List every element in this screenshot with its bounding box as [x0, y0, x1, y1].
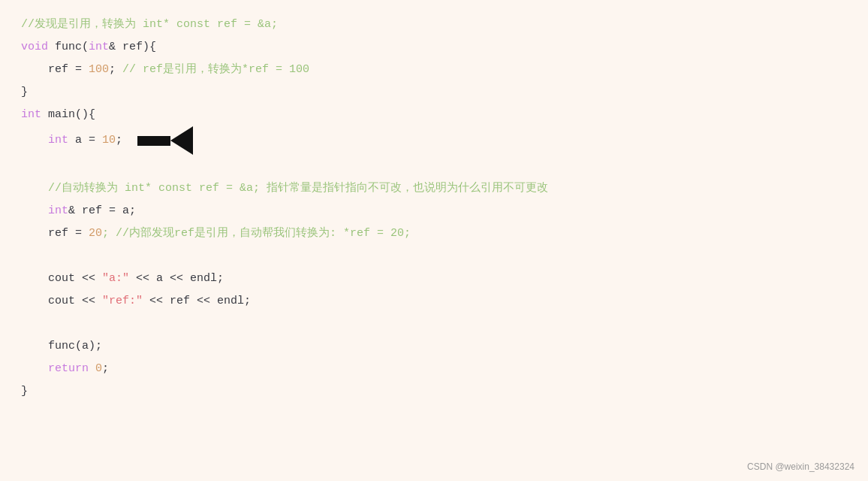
token-kw: int: [48, 129, 68, 152]
token-kw: int: [48, 200, 68, 222]
line-content: //发现是引用，转换为 int* const ref = &a;: [21, 14, 278, 36]
code-line: func(a);: [21, 335, 868, 358]
watermark: CSDN @weixin_38432324: [747, 461, 854, 472]
code-line: cout << "a:" << a << endl;: [21, 268, 868, 290]
token-kw: int: [89, 36, 109, 59]
token-kw: void: [21, 36, 48, 59]
token-plain: func(a);: [21, 335, 102, 358]
code-line: ref = 20; //内部发现ref是引用，自动帮我们转换为: *ref = …: [21, 222, 868, 245]
token-num: 100: [89, 59, 109, 81]
line-content: return 0;: [21, 358, 109, 380]
code-line: //发现是引用，转换为 int* const ref = &a;: [21, 14, 868, 36]
code-line: void func(int& ref){: [21, 36, 868, 59]
code-container: //发现是引用，转换为 int* const ref = &a;void fun…: [0, 0, 868, 481]
line-content: [21, 155, 28, 177]
token-plain: }: [21, 81, 28, 104]
token-plain: ;: [116, 129, 122, 152]
line-content: }: [21, 380, 28, 403]
token-str: "ref:": [102, 290, 143, 313]
token-plain: ;: [102, 358, 109, 380]
code-line: ref = 100; // ref是引用，转换为*ref = 100: [21, 59, 868, 81]
token-cm-zh: // ref是引用，转换为*ref = 100: [122, 59, 309, 81]
token-plain: }: [21, 380, 28, 403]
token-cm-zh: //发现是引用，转换为 int* const ref = &a;: [21, 14, 278, 36]
token-plain: [89, 358, 95, 380]
code-line: return 0;: [21, 358, 868, 380]
token-num: 10: [102, 129, 116, 152]
token-plain: main(){: [41, 104, 95, 126]
line-content: ref = 100; // ref是引用，转换为*ref = 100: [21, 59, 309, 81]
line-content: }: [21, 81, 28, 104]
token-plain: & ref){: [109, 36, 156, 59]
line-content: [21, 313, 28, 335]
code-line: }: [21, 81, 868, 104]
token-plain: << a << endl;: [129, 268, 224, 290]
token-plain: func(: [48, 36, 89, 59]
token-plain: ;: [109, 59, 122, 81]
token-plain: [21, 129, 48, 152]
line-content: cout << "ref:" << ref << endl;: [21, 290, 251, 313]
token-plain: ref =: [21, 222, 89, 245]
line-content: int a = 10;: [21, 126, 193, 155]
token-plain: << ref << endl;: [143, 290, 251, 313]
token-plain: [21, 200, 48, 222]
token-plain: cout <<: [21, 268, 102, 290]
line-content: int main(){: [21, 104, 95, 126]
token-num: 20: [89, 222, 102, 245]
code-line: int main(){: [21, 104, 868, 126]
code-line: }: [21, 380, 868, 403]
token-plain: [21, 358, 48, 380]
code-line: cout << "ref:" << ref << endl;: [21, 290, 868, 313]
line-content: ref = 20; //内部发现ref是引用，自动帮我们转换为: *ref = …: [21, 222, 411, 245]
code-block: //发现是引用，转换为 int* const ref = &a;void fun…: [0, 14, 868, 403]
line-content: //自动转换为 int* const ref = &a; 指针常量是指针指向不可…: [21, 177, 548, 200]
token-kw: return: [48, 358, 89, 380]
token-num: 0: [95, 358, 102, 380]
line-content: int& ref = a;: [21, 200, 136, 222]
code-line: //自动转换为 int* const ref = &a; 指针常量是指针指向不可…: [21, 177, 868, 200]
line-content: void func(int& ref){: [21, 36, 156, 59]
token-cm-zh: //自动转换为 int* const ref = &a; 指针常量是指针指向不可…: [21, 177, 548, 200]
line-content: [21, 245, 28, 268]
token-kw: int: [21, 104, 41, 126]
token-str: "a:": [102, 268, 129, 290]
token-cm-zh: ; //内部发现ref是引用，自动帮我们转换为: *ref = 20;: [102, 222, 411, 245]
code-line: [21, 313, 868, 335]
token-plain: & ref = a;: [68, 200, 136, 222]
code-line: int& ref = a;: [21, 200, 868, 222]
code-line: [21, 155, 868, 177]
line-content: func(a);: [21, 335, 102, 358]
left-arrow-icon: [137, 126, 193, 155]
token-plain: a =: [68, 129, 102, 152]
line-content: cout << "a:" << a << endl;: [21, 268, 224, 290]
token-plain: cout <<: [21, 290, 102, 313]
token-plain: ref =: [21, 59, 89, 81]
code-line: int a = 10;: [21, 126, 868, 155]
code-line: [21, 245, 868, 268]
